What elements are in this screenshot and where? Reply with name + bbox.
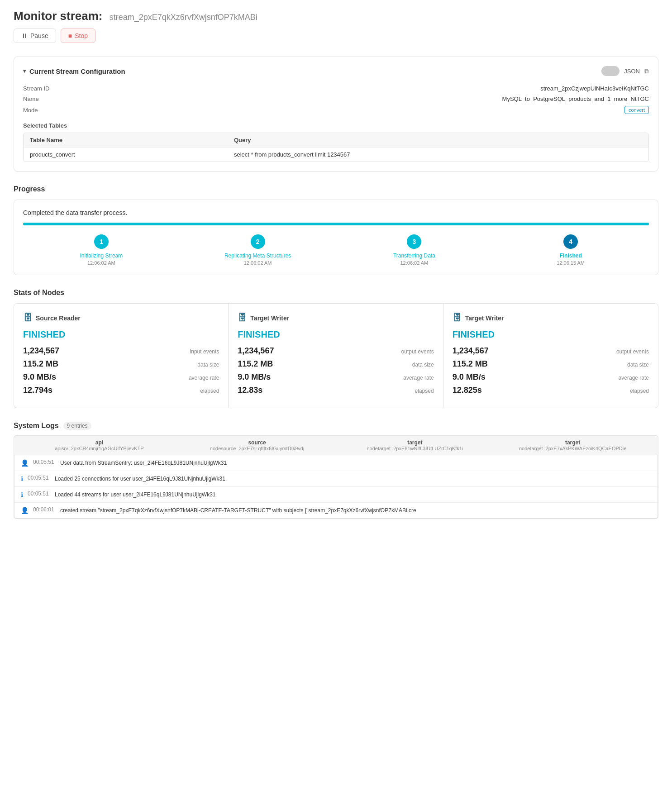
progress-header: Progress — [14, 185, 658, 193]
stream-id-value: stream_2pxCzjwepUlNHaIc3veIKqNtTGC — [540, 85, 649, 92]
step-1-time: 12:06:02 AM — [87, 260, 115, 266]
config-actions: JSON ⧉ — [601, 66, 649, 76]
pause-button[interactable]: ⏸ Pause — [14, 29, 56, 43]
node-2-label-1: data size — [627, 362, 649, 368]
node-1-metric-0: 1,234,567 output events — [238, 346, 434, 356]
target-writer-1-icon: 🗄 — [238, 313, 247, 323]
log-time-3: 00:06:01 — [33, 506, 56, 513]
node-0-value-3: 12.794s — [23, 386, 52, 395]
progress-card: Completed the data transfer process. 1 I… — [14, 200, 658, 275]
node-0-header: 🗄 Source Reader — [23, 313, 219, 323]
node-1-status: FINISHED — [238, 329, 434, 340]
node-1-value-3: 12.83s — [238, 386, 262, 395]
node-2-metric-3: 12.825s elapsed — [453, 386, 649, 395]
log-text-1: Loaded 25 connections for user user_2i4F… — [55, 475, 225, 483]
log-col-3-main: target — [494, 439, 652, 446]
node-2-value-1: 115.2 MB — [453, 359, 488, 369]
mode-badge: convert — [624, 106, 649, 114]
toolbar: ⏸ Pause ■ Stop — [14, 29, 658, 43]
log-col-3: target nodetarget_2pxE7xAkPKWAEzoiK4QCaE… — [494, 439, 652, 451]
mode-key: Mode — [23, 107, 38, 114]
log-text-2: Loaded 44 streams for user user_2i4FE16q… — [55, 491, 216, 499]
node-2-label-2: average rate — [619, 375, 649, 381]
col-table-name: Table Name — [30, 137, 234, 143]
node-0-type: Source Reader — [36, 314, 81, 322]
config-title[interactable]: ▾ Current Stream Configuration — [23, 67, 125, 75]
node-0-metric-1: 115.2 MB data size — [23, 359, 219, 369]
node-1-label-2: average rate — [403, 375, 434, 381]
node-2-label-3: elapsed — [630, 388, 649, 394]
logs-section: System Logs 9 entries api apisrv_2pxCR4m… — [14, 422, 658, 519]
table-name-cell: products_convert — [30, 151, 234, 158]
step-4-label: Finished — [559, 253, 581, 259]
logs-entries: 👤 00:05:51 User data from StreamSentry: … — [14, 455, 658, 519]
log-entry-1: ℹ 00:05:51 Loaded 25 connections for use… — [14, 471, 658, 487]
copy-icon[interactable]: ⧉ — [644, 67, 649, 75]
progress-bar-fill — [23, 223, 649, 225]
node-0-value-1: 115.2 MB — [23, 359, 58, 369]
node-2-value-3: 12.825s — [453, 386, 482, 395]
node-0-status: FINISHED — [23, 329, 219, 340]
logs-entries-badge: 9 entries — [63, 422, 91, 430]
log-info-icon-1: ℹ — [21, 475, 23, 482]
node-1-metric-1: 115.2 MB data size — [238, 359, 434, 369]
node-1-metric-2: 9.0 MB/s average rate — [238, 372, 434, 382]
node-2-metric-0: 1,234,567 output events — [453, 346, 649, 356]
node-1-value-0: 1,234,567 — [238, 346, 274, 356]
source-reader-icon: 🗄 — [23, 313, 32, 323]
chevron-down-icon: ▾ — [23, 68, 26, 74]
step-4-circle: 4 — [563, 234, 578, 249]
stream-id-label: stream_2pxE7qkXz6rvfXwjsnfOP7kMABi — [110, 13, 257, 22]
page-title: Monitor stream: stream_2pxE7qkXz6rvfXwjs… — [14, 9, 658, 23]
config-header: ▾ Current Stream Configuration JSON ⧉ — [23, 66, 649, 76]
node-0-label-0: input events — [190, 348, 219, 355]
progress-title: Progress — [14, 185, 45, 193]
node-2-value-0: 1,234,567 — [453, 346, 489, 356]
log-user-icon-0: 👤 — [21, 459, 29, 467]
log-entry-3: 👤 00:06:01 created stream "stream_2pxE7q… — [14, 503, 658, 518]
table-row: products_convert select * from products_… — [24, 147, 648, 162]
json-label: JSON — [624, 68, 640, 75]
log-col-2-sub: nodetarget_2pxE81wNlfL3IUtLUZrC1qKfk1i — [336, 446, 494, 451]
node-1-metric-3: 12.83s elapsed — [238, 386, 434, 395]
log-user-icon-3: 👤 — [21, 507, 29, 514]
node-0-label-3: elapsed — [200, 388, 219, 394]
log-time-0: 00:05:51 — [33, 459, 56, 465]
log-col-1: source nodesource_2pxE7sLqfIftx6IGuymtDI… — [178, 439, 336, 451]
log-text-3: created stream "stream_2pxE7qkXz6rvfXwjs… — [60, 506, 416, 515]
progress-bar-track — [23, 223, 649, 225]
config-stream-id-row: Stream ID stream_2pxCzjwepUlNHaIc3veIKqN… — [23, 83, 649, 94]
node-2-label-0: output events — [616, 348, 649, 355]
stats-header: Stats of Nodes — [14, 289, 658, 297]
stats-title: Stats of Nodes — [14, 289, 64, 297]
log-entry-0: 👤 00:05:51 User data from StreamSentry: … — [14, 455, 658, 471]
target-writer-2-icon: 🗄 — [453, 313, 462, 323]
stop-button[interactable]: ■ Stop — [61, 29, 95, 43]
tables-grid: Table Name Query products_convert select… — [23, 133, 649, 162]
step-2-time: 12:06:02 AM — [244, 260, 272, 266]
step-1-label: Initializing Stream — [80, 253, 123, 259]
selected-tables-label: Selected Tables — [23, 122, 649, 129]
config-name-row: Name MySQL_to_PostgreSQL_products_and_1_… — [23, 94, 649, 104]
node-0-value-0: 1,234,567 — [23, 346, 59, 356]
table-query-cell: select * from products_convert limit 123… — [234, 151, 642, 158]
node-1-label-3: elapsed — [415, 388, 434, 394]
log-col-0: api apisrv_2pxCR4mnjr1qAGcUifYPjievKTP — [20, 439, 178, 451]
pause-icon: ⏸ — [21, 32, 28, 39]
step-3-circle: 3 — [407, 234, 421, 249]
step-3: 3 Transferring Data 12:06:02 AM — [336, 234, 493, 266]
log-col-1-sub: nodesource_2pxE7sLqfIftx6IGuymtDIk9vdj — [178, 446, 336, 451]
stats-section: Stats of Nodes 🗄 Source Reader FINISHED … — [14, 289, 658, 408]
step-4-time: 12:06:15 AM — [557, 260, 585, 266]
col-query: Query — [234, 137, 642, 143]
node-0-value-2: 9.0 MB/s — [23, 372, 56, 382]
json-toggle[interactable] — [601, 66, 620, 76]
node-2-metric-2: 9.0 MB/s average rate — [453, 372, 649, 382]
node-1: 🗄 Target Writer FINISHED 1,234,567 outpu… — [229, 304, 443, 408]
node-1-label-1: data size — [412, 362, 434, 368]
node-2-metric-1: 115.2 MB data size — [453, 359, 649, 369]
log-col-0-main: api — [20, 439, 178, 446]
step-1: 1 Initializing Stream 12:06:02 AM — [23, 234, 180, 266]
node-1-value-2: 9.0 MB/s — [238, 372, 271, 382]
stats-grid: 🗄 Source Reader FINISHED 1,234,567 input… — [14, 303, 658, 408]
